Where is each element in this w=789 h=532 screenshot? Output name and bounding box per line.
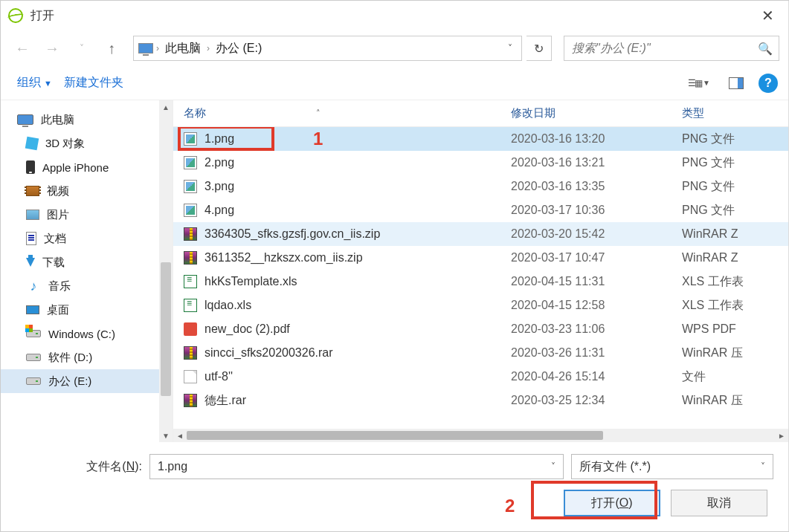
file-date: 2020-03-23 11:06 <box>511 322 682 336</box>
breadcrumb[interactable]: › 此电脑 › 办公 (E:) ˅ <box>133 36 522 61</box>
sidebar-item[interactable]: 软件 (D:) <box>1 346 159 369</box>
scroll-up-icon[interactable]: ▲ <box>159 100 173 114</box>
tree: 此电脑 3D 对象Apple iPhone视频图片文档下载♪音乐桌面Window… <box>1 100 159 442</box>
drive-icon <box>26 377 41 385</box>
scroll-thumb[interactable] <box>161 262 171 396</box>
file-type: PNG 文件 <box>682 179 788 195</box>
file-name: new_doc (2).pdf <box>205 322 290 336</box>
down-icon <box>26 258 35 267</box>
horizontal-scrollbar[interactable]: ◄ ► <box>173 429 788 442</box>
preview-button[interactable] <box>721 72 751 94</box>
filename-input[interactable]: 1.png ˅ <box>149 454 564 479</box>
zip-icon <box>184 346 197 360</box>
file-row[interactable]: lqdao.xls2020-04-15 12:58XLS 工作表 <box>173 293 788 317</box>
sidebar-item[interactable]: 桌面 <box>1 298 159 322</box>
file-name: utf-8'' <box>205 370 233 383</box>
sidebar-item[interactable]: ♪音乐 <box>1 274 159 298</box>
column-type[interactable]: 类型 <box>682 106 788 120</box>
file-row[interactable]: 2.png2020-03-16 13:21PNG 文件 <box>173 151 788 175</box>
search-box[interactable]: 🔍 <box>564 36 779 61</box>
scroll-right-icon[interactable]: ► <box>775 432 788 440</box>
file-name: 4.png <box>205 204 234 217</box>
file-icon <box>184 370 197 383</box>
chevron-right-icon[interactable]: › <box>156 43 159 53</box>
cancel-button[interactable]: 取消 <box>671 490 767 516</box>
tree-root[interactable]: 此电脑 <box>1 108 159 132</box>
refresh-button[interactable]: ↻ <box>526 36 552 61</box>
file-row[interactable]: 3611352__hzkszx.com_iis.zip2020-03-17 10… <box>173 246 788 270</box>
file-type: WinRAR 压 <box>682 346 788 361</box>
up-button[interactable]: ↑ <box>99 36 124 61</box>
zip-icon <box>184 227 197 241</box>
scroll-track[interactable] <box>159 114 173 429</box>
search-input[interactable] <box>570 41 758 56</box>
organize-button[interactable]: 组织 ▼ <box>11 71 58 95</box>
body: 此电脑 3D 对象Apple iPhone视频图片文档下载♪音乐桌面Window… <box>1 100 788 442</box>
cube-icon <box>25 137 39 151</box>
new-folder-button[interactable]: 新建文件夹 <box>58 71 129 95</box>
file-type: 文件 <box>682 369 788 385</box>
chevron-down-icon[interactable]: ˅ <box>508 43 517 53</box>
filetype-filter[interactable]: 所有文件 (*.*) ˅ <box>571 454 773 479</box>
file-type: WinRAR Z <box>682 227 788 241</box>
breadcrumb-current[interactable]: 办公 (E:) <box>213 41 265 56</box>
doc-icon <box>26 232 36 245</box>
file-name: hkKsTemplate.xls <box>205 275 297 288</box>
column-date[interactable]: 修改日期 <box>511 106 682 120</box>
file-row[interactable]: new_doc (2).pdf2020-03-23 11:06WPS PDF <box>173 317 788 341</box>
nav-row: ← → ˅ ↑ › 此电脑 › 办公 (E:) ˅ ↻ 🔍 <box>1 30 788 66</box>
scroll-left-icon[interactable]: ◄ <box>173 432 187 440</box>
sidebar-item[interactable]: 下载 <box>1 250 159 274</box>
sidebar-item-label: 下载 <box>42 256 65 270</box>
help-button[interactable]: ? <box>759 74 778 93</box>
file-row[interactable]: 德生.rar2020-03-25 12:34WinRAR 压 <box>173 389 788 412</box>
drive-icon <box>26 330 41 337</box>
sidebar-item-label: 图片 <box>47 208 69 222</box>
breadcrumb-root[interactable]: 此电脑 <box>162 41 204 56</box>
chevron-right-icon[interactable]: › <box>207 43 210 53</box>
column-name[interactable]: 名称 ˄ <box>184 106 511 120</box>
list-icon: ☰▦ <box>688 78 701 88</box>
forward-button[interactable]: → <box>39 36 65 61</box>
sidebar-item-label: 3D 对象 <box>45 137 85 151</box>
sidebar-item[interactable]: 视频 <box>1 179 159 203</box>
chevron-down-icon[interactable]: ˅ <box>761 461 765 472</box>
close-icon[interactable]: ✕ <box>751 4 784 27</box>
sidebar-item[interactable]: 办公 (E:) <box>1 369 159 393</box>
file-row[interactable]: 4.png2020-03-17 10:36PNG 文件 <box>173 198 788 222</box>
file-name: 3364305_sfks.gzsfj.gov.cn_iis.zip <box>205 227 380 241</box>
open-button[interactable]: 打开(O) <box>564 490 660 516</box>
file-row[interactable]: sincci_sfks20200326.rar2020-03-26 11:31W… <box>173 341 788 365</box>
back-button[interactable]: ← <box>10 36 35 61</box>
scroll-down-icon[interactable]: ▼ <box>159 429 173 442</box>
file-row[interactable]: 3.png2020-03-16 13:35PNG 文件 <box>173 175 788 198</box>
file-row[interactable]: hkKsTemplate.xls2020-04-15 11:31XLS 工作表 <box>173 270 788 293</box>
sidebar-item-label: 音乐 <box>48 279 71 293</box>
sidebar-item[interactable]: 图片 <box>1 203 159 227</box>
file-date: 2020-04-15 12:58 <box>511 299 682 312</box>
desk-icon <box>26 305 39 314</box>
search-icon[interactable]: 🔍 <box>758 42 773 56</box>
file-row[interactable]: 1.png2020-03-16 13:20PNG 文件 <box>173 127 788 151</box>
file-type: XLS 工作表 <box>682 298 788 314</box>
h-scroll-track[interactable] <box>187 430 775 441</box>
file-date: 2020-03-25 12:34 <box>511 394 682 407</box>
file-date: 2020-03-16 13:35 <box>511 180 682 193</box>
sidebar-item[interactable]: Apple iPhone <box>1 155 159 179</box>
file-row[interactable]: 3364305_sfks.gzsfj.gov.cn_iis.zip2020-03… <box>173 222 788 246</box>
chevron-down-icon[interactable]: ˅ <box>551 461 555 472</box>
sidebar: 此电脑 3D 对象Apple iPhone视频图片文档下载♪音乐桌面Window… <box>1 100 173 442</box>
h-scroll-thumb[interactable] <box>187 431 603 440</box>
recent-button[interactable]: ˅ <box>69 36 94 61</box>
sidebar-scrollbar[interactable]: ▲ ▼ <box>159 100 173 442</box>
film-icon <box>26 186 39 196</box>
sidebar-item[interactable]: Windows (C:) <box>1 322 159 346</box>
drive-icon <box>26 354 41 361</box>
sidebar-item[interactable]: 文档 <box>1 227 159 250</box>
chevron-down-icon: ▼ <box>703 79 710 87</box>
file-type: XLS 工作表 <box>682 274 788 290</box>
sidebar-item[interactable]: 3D 对象 <box>1 132 159 155</box>
file-name: 德生.rar <box>205 393 246 409</box>
view-button[interactable]: ☰▦ ▼ <box>684 72 714 94</box>
file-row[interactable]: utf-8''2020-04-26 15:14文件 <box>173 365 788 389</box>
